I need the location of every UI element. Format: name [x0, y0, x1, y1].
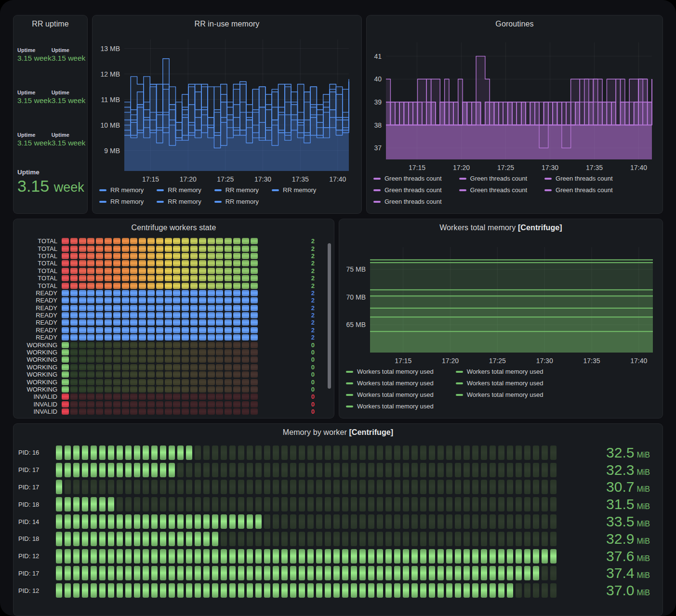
gauge-cell — [143, 446, 149, 460]
legend-item[interactable]: Workers total memory used — [456, 380, 543, 387]
gauge-cell — [91, 497, 97, 511]
panel-title-workers-state[interactable]: Centrifuge workers state — [13, 219, 334, 236]
state-cell — [130, 260, 137, 266]
gauge-cell — [342, 583, 348, 598]
legend-item[interactable]: Green threads count — [373, 186, 442, 194]
workers-state-row: READY2 — [15, 327, 331, 334]
gauge-cell — [464, 514, 470, 529]
legend-item[interactable]: Green threads count — [544, 175, 613, 182]
gauge-cell — [351, 446, 357, 460]
gauge-cell — [151, 532, 158, 546]
gauge-cell — [238, 566, 244, 580]
memory-worker-value-number: 31.5 — [606, 496, 634, 512]
goroutines-chart[interactable]: 373839404117:1517:2017:2517:3017:3517:40 — [367, 32, 663, 174]
gauge-cell — [91, 583, 97, 598]
legend-item[interactable]: Green threads count — [373, 198, 442, 205]
gauge-cell — [385, 446, 392, 460]
legend-item[interactable]: Green threads count — [459, 175, 528, 182]
workers-state-row-value: 2 — [259, 252, 331, 260]
legend-item[interactable]: Workers total memory used — [456, 368, 543, 375]
gauge-cell — [516, 566, 522, 580]
gauge-cell — [160, 463, 166, 477]
memory-worker-value: 31.5MiB — [559, 496, 658, 512]
panel-title-memory-by-worker[interactable]: Memory by worker [Centrifuge] — [13, 424, 663, 440]
legend-item[interactable]: Workers total memory used — [346, 403, 434, 410]
gauge-cell — [472, 566, 478, 580]
legend-item[interactable]: Green threads count — [459, 186, 528, 194]
scrollbar-thumb[interactable] — [328, 243, 331, 389]
state-cell — [147, 401, 155, 407]
state-cell — [251, 275, 258, 281]
legend-item[interactable]: Workers total memory used — [346, 380, 434, 387]
legend-item[interactable]: Workers total memory used — [346, 368, 434, 375]
gauge-cell — [221, 549, 227, 564]
state-cell — [139, 238, 146, 244]
state-cell — [122, 305, 129, 311]
gauge-cell — [99, 514, 106, 529]
legend-item[interactable]: RR memory — [214, 198, 259, 205]
state-cell — [96, 275, 103, 281]
gauge-cell — [273, 532, 279, 546]
state-cell — [208, 349, 215, 355]
memory-worker-gauge — [56, 463, 559, 477]
workers-state-row-value: 2 — [259, 267, 331, 275]
panel-title-rr-uptime[interactable]: RR uptime — [13, 15, 87, 32]
gauge-cell — [247, 566, 253, 580]
rr-memory-chart[interactable]: 9 MB10 MB11 MB12 MB13 MB17:1517:2017:251… — [93, 32, 361, 185]
legend-swatch — [544, 178, 552, 180]
state-cell — [139, 312, 146, 318]
legend-swatch — [157, 189, 164, 191]
state-cell — [105, 364, 112, 370]
state-cell — [233, 408, 240, 415]
state-cell — [113, 275, 120, 281]
legend-item[interactable]: RR memory — [272, 186, 316, 194]
state-cell — [173, 342, 180, 348]
state-cell — [199, 312, 206, 318]
gauge-cell — [542, 480, 548, 494]
gauge-cell — [264, 549, 270, 564]
legend-item[interactable]: RR memory — [99, 186, 144, 194]
panel-title-goroutines[interactable]: Goroutines — [367, 15, 663, 32]
state-cell — [105, 238, 112, 244]
legend-swatch — [272, 189, 279, 191]
legend-item[interactable]: RR memory — [214, 186, 259, 194]
workers-state-row-label: WORKING — [15, 341, 62, 349]
state-cell — [122, 386, 129, 393]
gauge-cell — [377, 549, 383, 564]
state-cell — [199, 379, 206, 385]
gauge-cell — [325, 583, 331, 598]
state-cell — [233, 283, 240, 289]
state-cell — [190, 379, 198, 385]
gauge-cell — [151, 566, 158, 580]
uptime-stat-value: 3.15 week — [52, 54, 86, 63]
gauge-cell — [403, 583, 409, 598]
state-cell — [242, 393, 249, 400]
state-cell — [105, 349, 112, 355]
legend-item[interactable]: RR memory — [99, 198, 144, 205]
gauge-cell — [403, 480, 409, 494]
gauge-cell — [56, 549, 62, 564]
gauge-cell — [186, 463, 192, 477]
panel-title-rr-memory[interactable]: RR in-use memory — [93, 15, 361, 32]
legend-item[interactable]: Workers total memory used — [346, 391, 434, 398]
state-cell — [156, 305, 163, 311]
gauge-cell — [385, 549, 392, 564]
legend-item[interactable]: Green threads count — [544, 186, 613, 194]
state-cell — [233, 349, 240, 355]
gauge-cell — [542, 497, 548, 511]
state-cell — [87, 246, 94, 252]
gauge-cell — [65, 583, 71, 598]
gauge-cell — [307, 514, 314, 529]
legend-item[interactable]: Green threads count — [373, 175, 442, 182]
legend-item[interactable]: RR memory — [157, 198, 201, 205]
panel-title-workers-memory[interactable]: Workers total memory [Centrifuge] — [339, 219, 663, 236]
uptime-stat-value: 3.15 week — [17, 96, 52, 105]
legend-item[interactable]: RR memory — [157, 186, 201, 194]
gauge-cell — [429, 549, 435, 564]
workers-state-row-value: 0 — [259, 349, 331, 356]
state-cell — [173, 283, 180, 289]
legend-item[interactable]: Workers total memory used — [456, 391, 543, 398]
memory-worker-row: PID: 1832.9MiB — [18, 530, 658, 548]
workers-memory-chart[interactable]: 65 MB70 MB75 MB17:1517:2017:2517:3017:35… — [339, 236, 663, 367]
gauge-cell — [281, 480, 288, 494]
